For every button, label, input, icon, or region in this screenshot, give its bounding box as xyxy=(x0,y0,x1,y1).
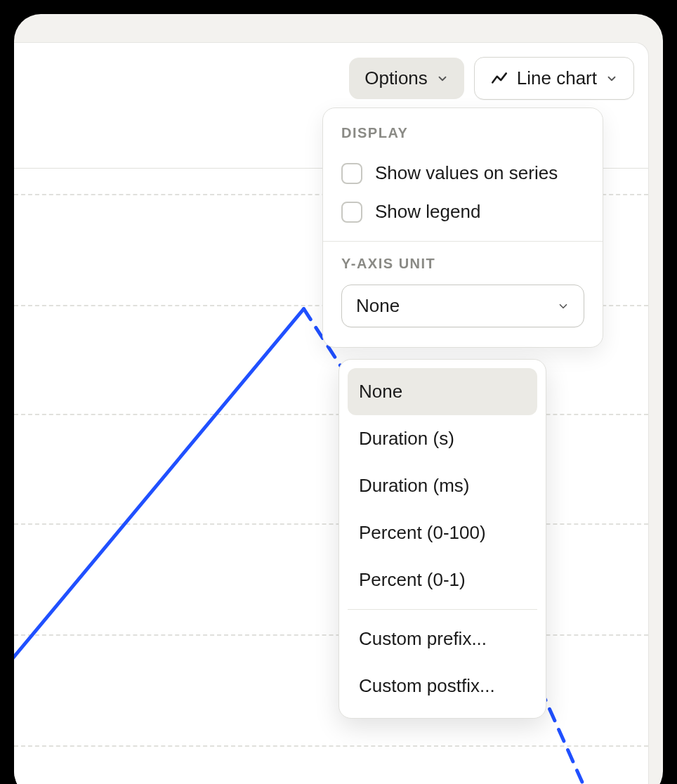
chart-type-button-label: Line chart xyxy=(517,67,597,89)
yaxis-unit-select[interactable]: None xyxy=(341,285,584,327)
yaxis-option-custom-postfix[interactable]: Custom postfix... xyxy=(348,662,537,710)
options-panel: DISPLAY Show values on series Show legen… xyxy=(322,107,603,348)
yaxis-option-none[interactable]: None xyxy=(348,368,537,415)
chevron-down-icon xyxy=(557,300,570,313)
yaxis-unit-selected-label: None xyxy=(356,295,400,317)
chevron-down-icon xyxy=(436,72,449,85)
show-values-row[interactable]: Show values on series xyxy=(341,154,584,192)
dropdown-divider xyxy=(348,609,537,610)
yaxis-option-duration-s[interactable]: Duration (s) xyxy=(348,415,537,462)
yaxis-unit-dropdown: None Duration (s) Duration (ms) Percent … xyxy=(338,359,546,719)
show-values-checkbox[interactable] xyxy=(341,163,362,184)
options-button[interactable]: Options xyxy=(349,58,464,99)
toolbar: Options Line chart xyxy=(349,57,634,100)
chart-type-button[interactable]: Line chart xyxy=(474,57,634,100)
display-section-header: DISPLAY xyxy=(341,125,584,141)
line-chart-icon xyxy=(490,70,508,88)
show-values-label: Show values on series xyxy=(375,162,558,184)
chevron-down-icon xyxy=(605,72,618,85)
yaxis-option-custom-prefix[interactable]: Custom prefix... xyxy=(348,615,537,662)
yaxis-option-percent-100[interactable]: Percent (0-100) xyxy=(348,509,537,556)
options-button-label: Options xyxy=(364,67,428,89)
panel-divider xyxy=(323,241,603,242)
yaxis-section-header: Y-AXIS UNIT xyxy=(341,256,584,272)
show-legend-checkbox[interactable] xyxy=(341,202,362,223)
content-pane: Options Line chart DISPLAY xyxy=(14,42,649,784)
yaxis-option-duration-ms[interactable]: Duration (ms) xyxy=(348,462,537,509)
yaxis-option-percent-1[interactable]: Percent (0-1) xyxy=(348,556,537,603)
show-legend-row[interactable]: Show legend xyxy=(341,192,584,231)
app-window: Options Line chart DISPLAY xyxy=(14,14,663,784)
show-legend-label: Show legend xyxy=(375,201,480,223)
